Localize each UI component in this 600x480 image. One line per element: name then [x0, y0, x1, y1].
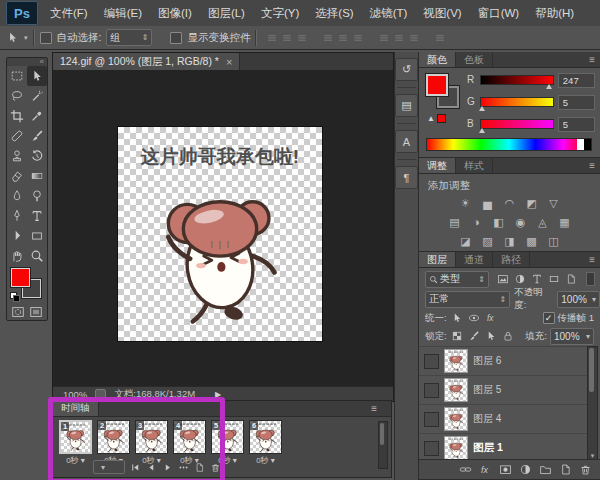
menu-item[interactable]: 视图(V) — [415, 0, 469, 26]
curves-icon[interactable]: ◠ — [502, 196, 518, 210]
eraser-tool[interactable] — [7, 166, 27, 186]
filter-adjustment-layers-icon[interactable] — [514, 273, 526, 285]
animation-frame[interactable]: 60秒 ▾ — [249, 420, 282, 466]
frame-thumbnail[interactable]: 2 — [97, 420, 130, 454]
slider-marker-icon[interactable] — [479, 128, 485, 133]
dodge-tool[interactable] — [27, 186, 47, 206]
hand-tool[interactable] — [7, 246, 27, 266]
tool-preset-move-icon[interactable] — [6, 31, 19, 44]
align-right-edges-icon[interactable] — [296, 32, 308, 44]
layers-tab-路径[interactable]: 路径 — [493, 252, 530, 267]
lock-transparency-icon[interactable] — [451, 330, 463, 342]
layer-visibility-toggle[interactable] — [424, 354, 439, 369]
menu-item[interactable]: 帮助(H) — [527, 0, 582, 26]
show-transform-checkbox[interactable] — [170, 32, 182, 44]
lasso-tool[interactable] — [7, 86, 27, 106]
loop-selector[interactable]: ▾ — [93, 460, 125, 474]
delete-layer-icon[interactable] — [579, 463, 592, 476]
crop-tool[interactable] — [7, 106, 27, 126]
previous-frame-button[interactable] — [146, 462, 157, 473]
invert-icon[interactable]: ◪ — [458, 234, 474, 248]
lock-all-icon[interactable] — [502, 330, 514, 342]
color-balance-icon[interactable]: ◑ — [469, 215, 485, 229]
shape-tool[interactable] — [27, 226, 47, 246]
align-bottom-edges-icon[interactable] — [352, 32, 364, 44]
propagate-frame-checkbox[interactable]: ✓ — [543, 312, 555, 324]
blur-tool[interactable] — [7, 186, 27, 206]
toolbox-collapse-icon[interactable]: « — [7, 58, 47, 66]
first-frame-button[interactable] — [130, 462, 141, 473]
photo-filter-icon[interactable]: ◉ — [513, 215, 529, 229]
properties-panel-icon[interactable]: ▤ — [395, 94, 418, 117]
new-layer-icon[interactable] — [559, 463, 572, 476]
lock-pixels-icon[interactable] — [468, 330, 480, 342]
color-tab-颜色[interactable]: 颜色 — [419, 52, 456, 67]
layer-row[interactable]: 图层 6 — [419, 347, 589, 376]
layers-scrollbar[interactable]: ▼ — [587, 346, 598, 460]
menu-item[interactable]: 窗口(W) — [470, 0, 528, 26]
brush-tool[interactable] — [27, 126, 47, 146]
channel-value-B[interactable]: 5 — [558, 117, 595, 132]
menu-item[interactable]: 文字(Y) — [253, 0, 307, 26]
channel-slider-G[interactable] — [480, 97, 554, 107]
layer-thumbnail[interactable] — [444, 436, 468, 459]
menu-item[interactable]: 图像(I) — [150, 0, 200, 26]
menu-item[interactable]: 文件(F) — [42, 0, 96, 26]
blend-mode-dropdown[interactable]: 正常 ⇕ — [425, 291, 510, 308]
lock-position-icon[interactable] — [485, 330, 497, 342]
color-lookup-icon[interactable]: ▦ — [557, 215, 573, 229]
menu-item[interactable]: 选择(S) — [307, 0, 361, 26]
zoom-tool[interactable] — [27, 246, 47, 266]
play-button[interactable] — [162, 462, 173, 473]
layer-thumbnail[interactable] — [444, 378, 468, 402]
adjust-tab-样式[interactable]: 样式 — [456, 158, 493, 173]
rectangular-marquee-tool[interactable] — [7, 66, 27, 86]
layer-row[interactable]: 图层 1 — [419, 434, 589, 459]
layer-filter-dropdown[interactable]: 类型 ⇕ — [425, 271, 489, 288]
foreground-color-swatch[interactable] — [11, 268, 30, 287]
adjust-tab-调整[interactable]: 调整 — [419, 158, 456, 173]
layers-tab-通道[interactable]: 通道 — [456, 252, 493, 267]
slider-marker-icon[interactable] — [479, 106, 485, 111]
slider-marker-icon[interactable] — [546, 84, 552, 89]
new-frame-button[interactable] — [194, 462, 205, 473]
filter-smart-objects-icon[interactable] — [565, 273, 577, 285]
status-arrow-icon[interactable]: ▶ — [215, 390, 221, 399]
align-left-edges-icon[interactable] — [266, 32, 278, 44]
frame-delay-selector[interactable]: 0秒 ▾ — [59, 455, 92, 466]
timeline-tab[interactable]: 时间轴 — [53, 401, 99, 416]
panel-menu-icon[interactable]: ≡ — [589, 54, 595, 65]
layer-visibility-toggle[interactable] — [424, 383, 439, 398]
tool-preset-caret-icon[interactable]: ▾ — [24, 34, 28, 42]
screen-mode-icon[interactable] — [29, 305, 43, 319]
gamut-warning[interactable]: ▲ — [427, 114, 446, 123]
align-horizontal-centers-icon[interactable] — [281, 32, 293, 44]
paragraph-panel-icon[interactable]: ¶ — [395, 166, 418, 189]
type-tool[interactable] — [27, 206, 47, 226]
frame-thumbnail[interactable]: 6 — [249, 420, 282, 454]
filter-pixel-layers-icon[interactable] — [497, 273, 509, 285]
opacity-field[interactable]: 100% ▾ — [557, 291, 600, 308]
history-panel-icon[interactable]: ↺ — [395, 58, 418, 81]
filter-type-layers-icon[interactable] — [531, 273, 543, 285]
default-colors-icon[interactable] — [10, 292, 19, 301]
channel-slider-B[interactable] — [480, 119, 554, 129]
path-selection-tool[interactable] — [7, 226, 27, 246]
menu-item[interactable]: 编辑(E) — [96, 0, 150, 26]
eyedropper-tool[interactable] — [27, 106, 47, 126]
pen-tool[interactable] — [7, 206, 27, 226]
frame-thumbnail[interactable]: 5 — [211, 420, 244, 454]
posterize-icon[interactable]: ▨ — [480, 234, 496, 248]
move-tool[interactable] — [27, 66, 47, 86]
panel-menu-icon[interactable]: ≡ — [371, 403, 377, 414]
channel-slider-R[interactable] — [480, 75, 554, 85]
frame-thumbnail[interactable]: 4 — [173, 420, 206, 454]
layers-tab-图层[interactable]: 图层 — [419, 252, 456, 267]
hue-saturation-icon[interactable]: ▤ — [447, 215, 463, 229]
levels-icon[interactable]: ▅ — [480, 196, 496, 210]
layer-thumbnail[interactable] — [444, 407, 468, 431]
frame-thumbnail[interactable]: 1 — [59, 420, 92, 454]
channel-value-G[interactable]: 5 — [558, 95, 595, 110]
filter-shape-layers-icon[interactable] — [548, 273, 560, 285]
history-brush-tool[interactable] — [27, 146, 47, 166]
